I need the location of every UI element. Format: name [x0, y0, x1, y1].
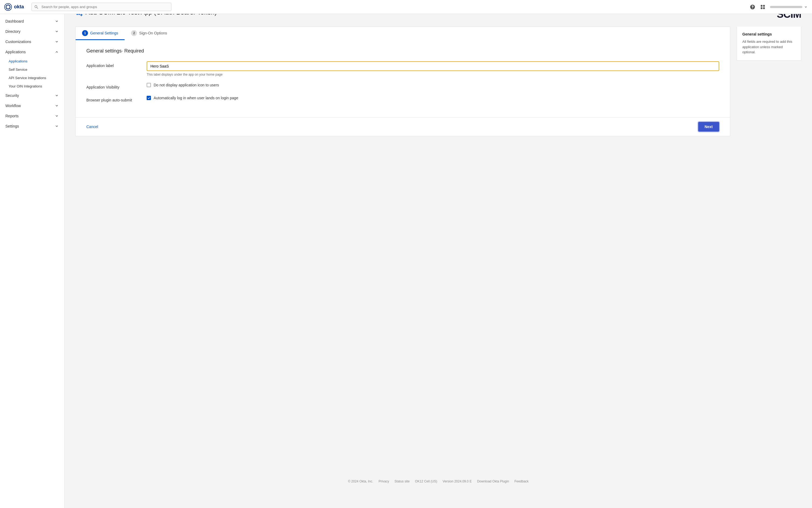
search-icon — [34, 5, 39, 9]
application-label-hint: This label displays under the app on you… — [146, 73, 719, 76]
topnav-right — [750, 4, 808, 10]
sidebar-item-label: Customizations — [5, 40, 31, 44]
footer-privacy[interactable]: Privacy — [379, 479, 389, 483]
sidebar-sub-item-self-service[interactable]: Self Service — [0, 66, 64, 74]
chevron-down-icon — [55, 114, 59, 118]
sidebar-sub-item-oin[interactable]: Your OIN Integrations — [0, 82, 64, 90]
sidebar-item-applications[interactable]: Applications — [0, 47, 64, 57]
footer-cell[interactable]: OK12 Cell (US) — [415, 479, 437, 483]
sidebar-item-label: Directory — [5, 29, 20, 34]
help-card-text: All fields are required to add this appl… — [742, 39, 796, 55]
tab-num-1: 1 — [82, 30, 88, 36]
application-visibility-checkbox[interactable] — [146, 83, 151, 87]
sidebar-item-customizations[interactable]: Customizations — [0, 37, 64, 47]
okta-logo[interactable]: okta — [4, 3, 24, 11]
browser-plugin-row: Browser plugin auto-submit Automatically… — [86, 96, 719, 102]
user-menu[interactable] — [770, 5, 808, 9]
footer-feedback[interactable]: Feedback — [514, 479, 529, 483]
sidebar-item-dashboard[interactable]: Dashboard — [0, 16, 64, 26]
user-avatar — [770, 6, 802, 8]
main-content: Add SCIM 2.0 Test App (OAuth Bearer Toke… — [65, 0, 812, 494]
sidebar-item-label: Workflow — [5, 103, 21, 108]
sidebar-sub-item-api-service[interactable]: API Service Integrations — [0, 74, 64, 82]
application-visibility-checkbox-label[interactable]: Do not display application icon to users — [154, 83, 219, 87]
tabs-container: 1 General Settings 2 Sign-On Options — [75, 27, 730, 40]
chevron-down-icon — [55, 29, 59, 34]
sidebar-item-workflow[interactable]: Workflow — [0, 101, 64, 111]
chevron-up-icon — [55, 50, 59, 54]
sidebar-item-reports[interactable]: Reports — [0, 111, 64, 121]
application-label-input[interactable] — [146, 61, 719, 71]
grid-icon[interactable] — [760, 4, 766, 10]
next-button[interactable]: Next — [698, 122, 719, 132]
sidebar-item-directory[interactable]: Directory — [0, 26, 64, 37]
svg-point-1 — [7, 4, 9, 6]
tab-label-sign-on: Sign-On Options — [139, 31, 167, 35]
svg-point-6 — [9, 7, 10, 9]
footer-plugin[interactable]: Download Okta Plugin — [477, 479, 509, 483]
form-footer: Cancel Next — [76, 117, 730, 136]
sidebar-item-label: Settings — [5, 124, 19, 128]
tab-general-settings[interactable]: 1 General Settings — [76, 27, 125, 40]
help-card-title: General settings — [742, 32, 796, 36]
browser-plugin-checkbox[interactable] — [146, 96, 151, 100]
svg-point-4 — [9, 6, 11, 7]
browser-plugin-label: Browser plugin auto-submit — [86, 96, 140, 102]
svg-point-2 — [7, 8, 9, 10]
footer-version: Version 2024.09.0 E — [442, 479, 472, 483]
browser-plugin-control: Automatically log in when user lands on … — [146, 96, 719, 100]
svg-point-5 — [6, 5, 7, 6]
application-visibility-control: Do not display application icon to users — [146, 83, 719, 87]
application-visibility-row: Application Visibility Do not display ap… — [86, 83, 719, 89]
chevron-down-icon — [55, 19, 59, 24]
tab-num-2: 2 — [131, 30, 137, 36]
svg-point-3 — [5, 6, 7, 7]
application-visibility-label: Application Visibility — [86, 83, 140, 89]
sidebar-item-settings[interactable]: Settings — [0, 121, 64, 131]
application-label-label: Application label — [86, 61, 140, 68]
chevron-down-icon — [55, 40, 59, 44]
tab-sign-on-options[interactable]: 2 Sign-On Options — [125, 27, 174, 40]
chevron-down-icon — [55, 93, 59, 98]
sidebar: Dashboard Directory Customizations Appli… — [0, 14, 65, 494]
okta-wordmark: okta — [14, 4, 24, 10]
application-label-control: This label displays under the app on you… — [146, 61, 719, 76]
check-icon — [147, 97, 151, 99]
help-card: General settings All fields are required… — [737, 27, 801, 60]
form-section-title: General settings· Required — [86, 48, 719, 54]
sidebar-item-label: Security — [5, 93, 19, 98]
chevron-down-icon — [55, 124, 59, 128]
browser-plugin-checkbox-label[interactable]: Automatically log in when user lands on … — [154, 96, 238, 100]
application-label-row: Application label This label displays un… — [86, 61, 719, 76]
cancel-button[interactable]: Cancel — [86, 122, 98, 131]
chevron-down-icon — [55, 103, 59, 108]
tab-label-general: General Settings — [90, 31, 118, 35]
svg-point-8 — [9, 5, 10, 6]
sidebar-sub-item-applications[interactable]: Applications — [0, 57, 64, 66]
sidebar-item-label: Reports — [5, 114, 18, 118]
form-body: General settings· Required Application l… — [76, 40, 730, 117]
search-bar — [32, 3, 171, 11]
svg-point-7 — [6, 7, 7, 9]
sidebar-item-security[interactable]: Security — [0, 90, 64, 101]
footer-status[interactable]: Status site — [394, 479, 410, 483]
help-icon[interactable] — [750, 4, 756, 10]
chevron-down-icon — [804, 5, 808, 9]
sidebar-item-label: Dashboard — [5, 19, 24, 24]
footer-copyright: © 2024 Okta, Inc. — [348, 479, 373, 483]
application-visibility-checkbox-row: Do not display application icon to users — [146, 83, 719, 87]
browser-plugin-checkbox-row: Automatically log in when user lands on … — [146, 96, 719, 100]
sidebar-item-label: Applications — [5, 50, 26, 54]
page-footer: © 2024 Okta, Inc. Privacy Status site OK… — [75, 469, 801, 483]
search-input[interactable] — [32, 3, 171, 11]
form-card: General settings· Required Application l… — [75, 40, 730, 136]
topnav: okta — [0, 0, 812, 14]
